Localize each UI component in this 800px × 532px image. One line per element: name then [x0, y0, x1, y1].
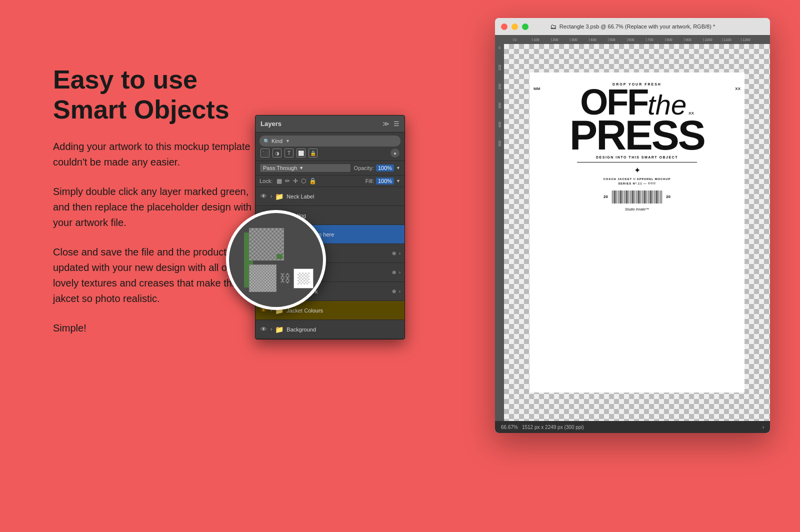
- ruler-v-200: 200: [498, 70, 502, 90]
- ruler-tick-700: 700: [646, 38, 665, 42]
- opacity-row: Opacity: 100% ▼: [354, 164, 400, 172]
- paragraph-4: Simple!: [53, 320, 263, 336]
- filter-type-icon[interactable]: T: [284, 148, 294, 158]
- layer-name-background: Background: [286, 326, 400, 332]
- thumb-bottom-right: [294, 268, 314, 288]
- lock-artboard-icon[interactable]: ⬡: [301, 178, 306, 184]
- barcode-image: [612, 190, 662, 204]
- search-icon: 🔍: [264, 138, 270, 144]
- year-right: 20: [666, 194, 670, 199]
- opacity-value: 100%: [376, 164, 394, 172]
- folder-icon: 📁: [275, 326, 284, 334]
- blend-dropdown-arrow: ▼: [299, 166, 304, 170]
- layer-expand-arrow: ›: [399, 289, 400, 294]
- year-left: 20: [604, 194, 608, 199]
- layer-neck-label[interactable]: 👁 › 📁 Neck Label: [256, 187, 404, 206]
- layers-menu-expand-icon[interactable]: ≫: [382, 120, 390, 128]
- smart-badge: [276, 254, 282, 259]
- layer-collapse-icon[interactable]: ›: [270, 194, 272, 199]
- window-title: Rectangle 3.psb @ 66.7% (Replace with yo…: [560, 24, 715, 30]
- barcode-row: 20 20: [604, 190, 670, 204]
- thumb-stack: ⛓: [249, 228, 314, 292]
- ruler-tick-1100: 1100: [722, 38, 741, 42]
- ruler-tick-800: 800: [665, 38, 684, 42]
- chain-link-icon: ⛓: [280, 272, 290, 285]
- photoshop-window: 🗂 Rectangle 3.psb @ 66.7% (Replace with …: [495, 18, 770, 433]
- layers-search-row: 🔍 Kind ▼ ⬛ ◑ T ⬜ 🔒 ●: [256, 132, 404, 161]
- ruler-tick-1000: 1000: [703, 38, 722, 42]
- magnifier-content: ⛓: [229, 213, 323, 307]
- filter-pixel-icon[interactable]: ⬛: [260, 148, 270, 158]
- layer-name-neck-label: Neck Label: [286, 194, 400, 200]
- lock-checkerboard-icon[interactable]: ▦: [276, 178, 282, 184]
- thumb-chain-row: ⛓: [249, 264, 314, 292]
- mag-info-2: SERIES Nº.11 — ©©©: [618, 182, 656, 186]
- ruler-v-100: 100: [498, 52, 502, 70]
- blend-mode-row: Pass Through ▼ Opacity: 100% ▼: [256, 161, 404, 176]
- paragraph-2: Simply double click any layer marked gre…: [53, 184, 263, 230]
- ruler-h-marks: 0 100 200 300 400 500 600 700 800 900 10…: [513, 35, 770, 44]
- status-arrow-icon: ›: [762, 424, 764, 430]
- search-kind-label: Kind: [272, 138, 282, 144]
- smart-object-icon: ⊕: [392, 250, 396, 256]
- layers-panel-header: Layers ≫ ☰: [256, 116, 404, 132]
- filter-shape-icon[interactable]: ⬜: [296, 148, 306, 158]
- ruler-tick-100: 100: [532, 38, 551, 42]
- close-button[interactable]: [501, 24, 508, 30]
- ruler-v-0: 0: [498, 46, 500, 50]
- blend-mode-value: Pass Through: [263, 165, 297, 171]
- opacity-label: Opacity:: [354, 165, 374, 171]
- minimize-button[interactable]: [512, 24, 518, 30]
- smart-object-icon: ⊕: [392, 270, 396, 275]
- zoom-level: 66.67%: [501, 424, 518, 430]
- layers-panel-title: Layers: [260, 120, 282, 128]
- ruler-tick-600: 600: [627, 38, 646, 42]
- layer-background[interactable]: 👁 › 📁 Background: [256, 320, 404, 339]
- mag-info-1: COACH JACKET // APPAREL MOCKUP: [604, 177, 671, 182]
- layers-panel-icons: ≫ ☰: [382, 120, 400, 128]
- folder-icon: 📁: [275, 192, 284, 200]
- mm-label-left: MM: [534, 86, 540, 91]
- filter-toggle[interactable]: ●: [390, 148, 400, 158]
- ruler-tick-300: 300: [570, 38, 589, 42]
- layers-search-bar[interactable]: 🔍 Kind ▼: [260, 136, 400, 146]
- filter-dot-icon: ●: [394, 150, 396, 156]
- lock-icons-group: ▦ ✏ ✛ ⬡ 🔒: [276, 178, 316, 184]
- fill-label: Fill:: [366, 178, 374, 184]
- layers-menu-icon[interactable]: ☰: [394, 120, 400, 128]
- ruler-vertical: 0 100 200 300 400 500: [495, 44, 504, 421]
- mag-star: ✦: [634, 166, 640, 175]
- ruler-v-400: 400: [498, 108, 502, 128]
- fill-value: 100%: [376, 178, 394, 184]
- thumb-bottom-left: [249, 264, 276, 292]
- doc-dimensions: 1512 px x 2249 px (300 ppi): [522, 424, 758, 430]
- filter-smart-icon[interactable]: 🔒: [308, 148, 318, 158]
- filter-adjustment-icon[interactable]: ◑: [272, 148, 282, 158]
- mag-divider: [577, 162, 697, 162]
- thumb-checker: [298, 272, 310, 284]
- layer-name-jacket-colours: Jacket Colours: [286, 308, 400, 314]
- status-bar: 66.67% 1512 px x 2249 px (300 ppi) ›: [495, 421, 770, 433]
- layer-name-lighting: Lighting: [286, 212, 400, 218]
- magnifier-overlay: ⛓: [226, 210, 326, 310]
- visibility-eye-icon[interactable]: 👁: [260, 192, 268, 200]
- ruler-v-500: 500: [498, 128, 502, 146]
- filter-icons-row: ⬛ ◑ T ⬜ 🔒 ●: [260, 148, 400, 158]
- lock-padlock-icon[interactable]: 🔒: [309, 178, 316, 184]
- left-content-section: Easy to use Smart Objects Adding your ar…: [53, 65, 263, 350]
- layer-collapse-icon[interactable]: ›: [270, 326, 272, 332]
- lock-brush-icon[interactable]: ✏: [285, 178, 290, 184]
- mag-press-text: PRESS: [570, 118, 704, 153]
- maximize-button[interactable]: [522, 24, 528, 30]
- lock-label: Lock:: [260, 178, 272, 184]
- search-dropdown-icon: ▼: [286, 138, 290, 144]
- canvas-area: MM XX DROP YOUR FRESH OFF the XX PRESS D…: [504, 44, 770, 421]
- blend-mode-dropdown[interactable]: Pass Through ▼: [260, 164, 351, 172]
- visibility-eye-icon[interactable]: 👁: [260, 326, 268, 333]
- lock-move-icon[interactable]: ✛: [293, 178, 298, 184]
- mm-label-right: XX: [735, 86, 740, 91]
- ruler-tick-0: 0: [513, 38, 532, 42]
- main-heading: Easy to use Smart Objects: [53, 65, 263, 125]
- thumb-top: [249, 228, 284, 260]
- titlebar: 🗂 Rectangle 3.psb @ 66.7% (Replace with …: [495, 18, 770, 35]
